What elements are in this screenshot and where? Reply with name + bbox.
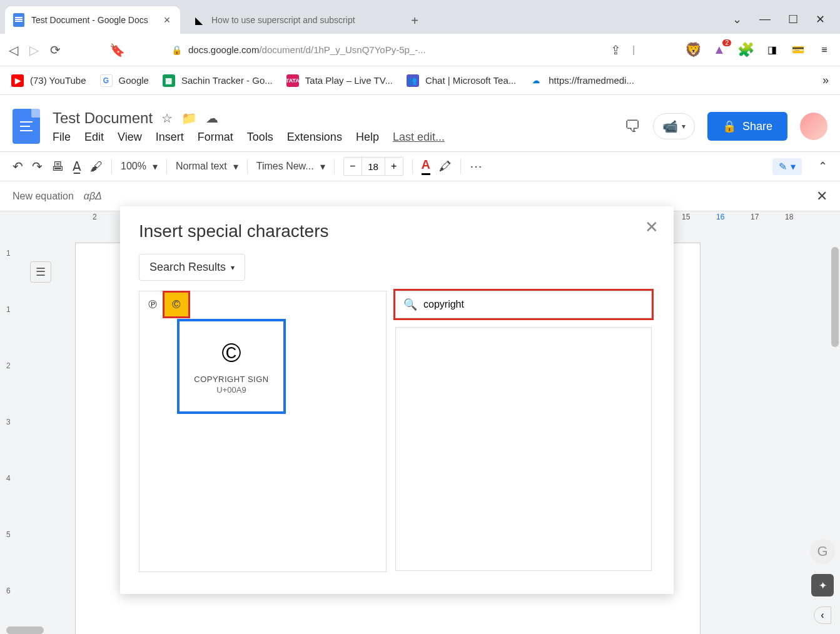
bookmark-sheets[interactable]: ▦Sachin Tracker - Go... [163, 74, 273, 87]
reload-button[interactable]: ⟳ [50, 43, 61, 58]
brave-rewards-icon[interactable]: ▲2 [712, 43, 726, 57]
character-results-grid: ℗ © © COPYRIGHT SIGN U+00A9 [139, 291, 387, 572]
category-dropdown[interactable]: Search Results [139, 254, 245, 281]
search-icon: 🔍 [403, 298, 417, 311]
bookmarks-overflow[interactable]: » [822, 74, 829, 87]
bookmark-youtube[interactable]: ▶(73) YouTube [11, 74, 86, 87]
close-dialog-button[interactable]: ✕ [645, 218, 659, 237]
font-size-input[interactable] [362, 158, 385, 175]
browser-tab-strip: Test Document - Google Docs × ◣ How to u… [0, 0, 840, 34]
menu-tools[interactable]: Tools [247, 131, 273, 144]
bookmarks-bar: ▶(73) YouTube GGoogle ▦Sachin Tracker - … [0, 66, 840, 95]
side-panel-icons: G ✦ ‹ [805, 539, 840, 634]
minimize-icon[interactable]: — [759, 13, 771, 26]
bookmark-tata[interactable]: TATATata Play – Live TV... [286, 74, 393, 87]
document-outline-button[interactable]: ☰ [30, 261, 51, 283]
bookmark-icon[interactable]: 🔖 [109, 43, 125, 58]
zoom-dropdown[interactable]: 100%▾ [121, 161, 158, 173]
browser-tab-inactive[interactable]: ◣ How to use superscript and subscript [185, 6, 398, 34]
print-button[interactable]: 🖶 [51, 159, 64, 174]
font-size-control[interactable]: − + [343, 157, 403, 176]
chevron-down-icon[interactable]: ⌄ [732, 13, 742, 26]
menu-edit[interactable]: Edit [84, 131, 104, 144]
more-toolbar-button[interactable]: ⋯ [470, 159, 482, 174]
share-url-icon[interactable]: ⇪ [610, 43, 621, 58]
special-characters-dialog: ✕ Insert special characters Search Resul… [120, 206, 674, 594]
browser-tab-active[interactable]: Test Document - Google Docs × [5, 6, 180, 34]
back-button[interactable]: ◁ [9, 43, 18, 58]
font-value: Times New... [256, 161, 314, 172]
docs-toolbar: ↶ ↷ 🖶 A̲ 🖌 100%▾ Normal text▾ Times New.… [0, 151, 840, 181]
collapse-toolbar-button[interactable]: ⌃ [818, 159, 827, 173]
close-equation-bar-button[interactable]: ✕ [816, 188, 827, 204]
menu-view[interactable]: View [118, 131, 142, 144]
undo-button[interactable]: ↶ [13, 159, 23, 174]
menu-help[interactable]: Help [356, 131, 379, 144]
character-search-input[interactable] [423, 299, 644, 310]
character-result-selected[interactable]: © [164, 293, 188, 316]
decrease-font-button[interactable]: − [344, 158, 362, 175]
close-tab-icon[interactable]: × [161, 14, 173, 26]
highlight-button[interactable]: 🖍 [439, 159, 452, 174]
horizontal-scrollbar[interactable] [6, 626, 44, 634]
editing-mode-button[interactable]: ✎▾ [772, 158, 802, 175]
url-text: docs.google.com/document/d/1hP_y_UsnQ7Yo… [188, 44, 426, 55]
character-tooltip: © COPYRIGHT SIGN U+00A9 [177, 319, 286, 414]
maximize-icon[interactable]: ☐ [788, 13, 798, 26]
vertical-scrollbar[interactable] [831, 247, 839, 347]
star-icon[interactable]: ☆ [161, 111, 173, 126]
brave-shield-icon[interactable]: 🦁 [686, 43, 700, 57]
redo-button[interactable]: ↷ [32, 159, 43, 174]
grammarly-icon[interactable]: G [810, 539, 835, 564]
font-dropdown[interactable]: Times New...▾ [256, 161, 325, 173]
document-title[interactable]: Test Document [53, 109, 153, 127]
style-value: Normal text [176, 161, 227, 172]
style-dropdown[interactable]: Normal text▾ [176, 161, 238, 173]
menu-file[interactable]: File [53, 131, 71, 144]
greek-symbols[interactable]: αβΔ [84, 191, 102, 202]
cloud-status-icon[interactable]: ☁ [206, 111, 218, 126]
character-result[interactable]: ℗ [141, 293, 164, 316]
lock-icon: 🔒 [722, 119, 736, 133]
menu-icon[interactable]: ≡ [817, 43, 831, 57]
comment-history-icon[interactable]: 🗨 [624, 117, 640, 136]
ruler-tick: 15 [682, 213, 690, 221]
last-edit-link[interactable]: Last edit... [393, 131, 445, 144]
character-draw-area[interactable] [395, 327, 652, 571]
bookmark-teams[interactable]: 👥Chat | Microsoft Tea... [407, 74, 516, 87]
ruler-tick: 2 [93, 213, 97, 221]
window-controls: ⌄ — ☐ ✕ [732, 13, 840, 34]
menu-insert[interactable]: Insert [156, 131, 184, 144]
increase-font-button[interactable]: + [385, 158, 403, 175]
show-side-panel-button[interactable]: ‹ [814, 606, 831, 624]
new-tab-button[interactable]: + [405, 11, 424, 30]
share-button[interactable]: 🔒Share [707, 112, 787, 141]
extensions-icon[interactable]: 🧩 [739, 43, 752, 57]
forward-button[interactable]: ▷ [29, 43, 39, 58]
close-window-icon[interactable]: ✕ [816, 13, 825, 26]
ruler-tick: 17 [751, 213, 759, 221]
bookmark-label: https://framedmedi... [549, 75, 634, 86]
explore-button[interactable]: ✦ [811, 574, 834, 596]
spellcheck-button[interactable]: A̲ [73, 159, 81, 174]
zoom-value: 100% [121, 161, 146, 172]
text-color-button[interactable]: A [422, 158, 430, 175]
paint-format-button[interactable]: 🖌 [90, 159, 103, 174]
wallet-icon[interactable]: 💳 [791, 43, 805, 57]
move-icon[interactable]: 📁 [181, 111, 197, 126]
menu-bar: File Edit View Insert Format Tools Exten… [53, 131, 445, 144]
account-avatar[interactable] [800, 113, 827, 140]
bookmark-google[interactable]: GGoogle [100, 74, 149, 87]
tab-title: How to use superscript and subscript [211, 15, 390, 25]
bookmark-label: Google [119, 75, 149, 86]
menu-extensions[interactable]: Extensions [287, 131, 342, 144]
url-input[interactable]: 🔒 docs.google.com/document/d/1hP_y_UsnQ7… [161, 39, 599, 61]
docs-logo-icon[interactable] [13, 109, 40, 144]
menu-format[interactable]: Format [198, 131, 233, 144]
meet-button[interactable]: 📹▾ [653, 113, 695, 139]
address-bar: ◁ ▷ ⟳ 🔖 🔒 docs.google.com/document/d/1hP… [0, 34, 840, 66]
sidebar-icon[interactable]: ◨ [765, 43, 779, 57]
bookmark-onedrive[interactable]: ☁https://framedmedi... [530, 74, 634, 87]
url-path: /document/d/1hP_y_UsnQ7YoPy-5p_-... [259, 44, 425, 55]
category-label: Search Results [149, 261, 226, 274]
